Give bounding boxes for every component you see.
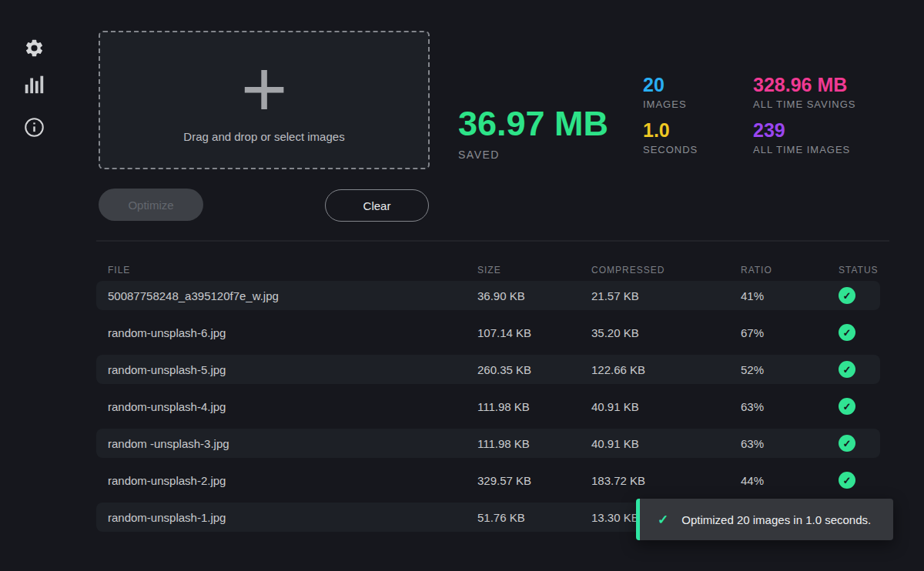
alltime-images-value: 239 [753, 119, 856, 142]
dropzone[interactable]: + Drag and drop or select images [99, 31, 430, 169]
optimize-button[interactable]: Optimize [99, 189, 203, 221]
success-check-icon: ✓ [839, 287, 855, 304]
images-value: 20 [643, 74, 698, 96]
file-compressed: 122.66 KB [591, 363, 741, 376]
success-check-icon: ✓ [839, 324, 855, 341]
toast-notification: ✓ Optimized 20 images in 1.0 seconds. [636, 499, 893, 540]
file-name: random-unsplash-2.jpg [108, 474, 477, 487]
table-row: random-unsplash-5.jpg 260.35 KB 122.66 K… [96, 355, 880, 384]
table-row: random-unsplash-6.jpg 107.14 KB 35.20 KB… [96, 318, 880, 347]
saved-value: 36.97 MB [458, 106, 608, 141]
gear-icon [24, 38, 45, 58]
file-compressed: 35.20 KB [591, 326, 741, 339]
file-size: 111.98 KB [477, 400, 591, 413]
alltime-images-label: ALL TIME IMAGES [753, 144, 856, 155]
header-status: STATUS [834, 265, 880, 275]
file-size: 329.57 KB [477, 474, 591, 487]
table-row: 50087758248_a395120f7e_w.jpg 36.90 KB 21… [96, 281, 880, 310]
sidebar [0, 0, 69, 571]
info-icon [24, 117, 45, 138]
sidebar-item-settings[interactable] [22, 35, 46, 60]
files-table: FILE SIZE COMPRESSED RATIO STATUS 500877… [96, 259, 880, 539]
table-header: FILE SIZE COMPRESSED RATIO STATUS [96, 259, 880, 281]
file-ratio: 63% [741, 400, 834, 413]
status-cell: ✓ [834, 287, 880, 304]
file-name: random -unsplash-3.jpg [108, 437, 477, 450]
header-ratio: RATIO [741, 265, 834, 275]
success-check-icon: ✓ [839, 472, 855, 489]
plus-icon: + [241, 58, 288, 122]
clear-button[interactable]: Clear [325, 189, 429, 222]
file-size: 260.35 KB [477, 363, 591, 376]
file-ratio: 41% [741, 289, 834, 302]
toast-message: Optimized 20 images in 1.0 seconds. [681, 513, 871, 526]
stat-column-session: 20 IMAGES 1.0 SECONDS [643, 74, 698, 165]
file-name: random-unsplash-6.jpg [108, 326, 477, 339]
file-compressed: 40.91 KB [591, 400, 741, 413]
status-cell: ✓ [834, 435, 880, 452]
table-row: random-unsplash-4.jpg 111.98 KB 40.91 KB… [96, 392, 880, 421]
file-size: 111.98 KB [477, 437, 591, 450]
check-icon: ✓ [658, 512, 668, 528]
file-compressed: 21.57 KB [591, 289, 741, 302]
table-body: 50087758248_a395120f7e_w.jpg 36.90 KB 21… [96, 281, 880, 532]
sidebar-item-statistics[interactable] [22, 72, 46, 96]
seconds-value: 1.0 [643, 119, 698, 142]
file-size: 107.14 KB [477, 326, 591, 339]
file-ratio: 67% [741, 326, 834, 339]
stat-column-alltime: 328.96 MB ALL TIME SAVINGS 239 ALL TIME … [753, 74, 856, 165]
alltime-savings-label: ALL TIME SAVINGS [753, 99, 856, 110]
success-check-icon: ✓ [839, 435, 855, 452]
header-compressed: COMPRESSED [591, 265, 741, 275]
stat-saved: 36.97 MB SAVED [458, 106, 608, 161]
section-divider [96, 240, 889, 242]
file-ratio: 63% [741, 437, 834, 450]
table-row: random -unsplash-3.jpg 111.98 KB 40.91 K… [96, 429, 880, 458]
file-compressed: 183.72 KB [591, 474, 741, 487]
status-cell: ✓ [834, 398, 880, 415]
file-name: random-unsplash-1.jpg [108, 511, 477, 524]
file-size: 51.76 KB [477, 511, 591, 524]
file-name: random-unsplash-4.jpg [108, 400, 477, 413]
success-check-icon: ✓ [839, 398, 855, 415]
bar-chart-icon [22, 72, 45, 95]
file-compressed: 40.91 KB [591, 437, 741, 450]
success-check-icon: ✓ [839, 361, 855, 378]
file-name: 50087758248_a395120f7e_w.jpg [108, 289, 477, 302]
header-file: FILE [108, 265, 477, 275]
sidebar-item-info[interactable] [22, 115, 46, 139]
file-name: random-unsplash-5.jpg [108, 363, 477, 376]
table-row: random-unsplash-2.jpg 329.57 KB 183.72 K… [96, 466, 880, 495]
file-ratio: 52% [741, 363, 834, 376]
header-size: SIZE [477, 265, 591, 275]
status-cell: ✓ [834, 324, 880, 341]
saved-label: SAVED [458, 149, 608, 161]
dropzone-label: Drag and drop or select images [183, 130, 344, 143]
file-ratio: 44% [741, 474, 834, 487]
status-cell: ✓ [834, 472, 880, 489]
seconds-label: SECONDS [643, 144, 698, 155]
status-cell: ✓ [834, 361, 880, 378]
images-label: IMAGES [643, 99, 698, 110]
alltime-savings-value: 328.96 MB [753, 74, 856, 96]
file-size: 36.90 KB [477, 289, 591, 302]
